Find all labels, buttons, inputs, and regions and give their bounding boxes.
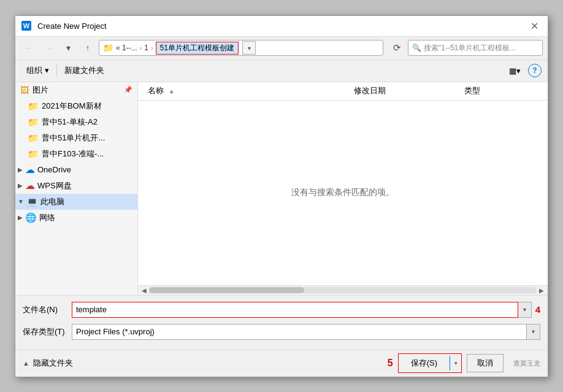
folder-icon: 🖼 — [20, 85, 29, 95]
computer-icon: 💻 — [26, 196, 38, 207]
sidebar-item-51a2[interactable]: 📁 普中51-单核-A2 — [15, 114, 137, 130]
search-bar[interactable]: 🔍 搜索"1--51单片机工程模板... — [408, 40, 543, 56]
cloud-icon: ☁ — [25, 164, 35, 175]
filetype-row: 保存类型(T) Project Files (*.uvproj) ▾ — [23, 323, 540, 341]
scrollbar-thumb — [149, 287, 304, 293]
main-area: 🖼 图片 📌 📁 2021年BOM新材 📁 普中51-单核-A2 📁 普中51单… — [15, 82, 548, 295]
sidebar-item-label: 图片 — [33, 85, 48, 96]
footer: ▲ 隐藏文件夹 5 保存(S) ▾ 取消 查莫玉龙 — [15, 350, 548, 377]
up-button[interactable]: ↑ — [79, 39, 96, 56]
filename-label: 文件名(N) — [23, 304, 72, 315]
app-logo: W — [20, 20, 33, 32]
scrollbar-track — [149, 287, 537, 293]
filetype-select[interactable]: Project Files (*.uvproj) — [72, 324, 527, 340]
filetype-label: 保存类型(T) — [23, 326, 72, 337]
hide-folders-label: 隐藏文件夹 — [33, 358, 73, 369]
view-button[interactable]: ▦▾ — [505, 62, 524, 79]
sidebar-item-label: 2021年BOM新材 — [42, 101, 102, 112]
pin-icon: 📌 — [124, 86, 132, 94]
sidebar-item-pictures[interactable]: 🖼 图片 📌 — [15, 82, 137, 98]
sidebar-item-label: 普中51单片机开... — [42, 133, 105, 144]
forward-button[interactable]: → — [40, 39, 57, 56]
empty-message: 没有与搜索条件匹配的项。 — [291, 187, 394, 198]
network-icon: 🌐 — [25, 212, 37, 223]
sidebar-item-label: 普中F103-准端-... — [42, 148, 104, 159]
new-folder-button[interactable]: 新建文件夹 — [59, 62, 109, 79]
sidebar: 🖼 图片 📌 📁 2021年BOM新材 📁 普中51-单核-A2 📁 普中51单… — [15, 82, 138, 295]
chevron-icon: ▶ — [18, 166, 23, 173]
sidebar-item-f103[interactable]: 📁 普中F103-准端-... — [15, 146, 137, 162]
content-area: 名称 ▲ 修改日期 类型 没有与搜索条件匹配的项。 ◀ ▶ — [138, 82, 548, 295]
breadcrumb[interactable]: 📁 « 1--... › 1 › 51单片机工程模板创建 ▾ — [99, 40, 383, 56]
filename-row: 文件名(N) ▾ 4 — [23, 301, 540, 319]
sidebar-section-network[interactable]: ▶ 🌐 网络 — [15, 210, 137, 226]
breadcrumb-sep1: › — [140, 44, 142, 52]
sidebar-section-thispc[interactable]: ▼ 💻 此电脑 — [15, 194, 137, 210]
sidebar-item-51mcu[interactable]: 📁 普中51单片机开... — [15, 130, 137, 146]
toolbar-separator — [56, 64, 57, 77]
breadcrumb-segment1: « 1--... — [116, 44, 137, 52]
column-headers: 名称 ▲ 修改日期 类型 — [138, 82, 548, 101]
file-list: 没有与搜索条件匹配的项。 — [138, 101, 548, 285]
breadcrumb-active[interactable]: 51单片机工程模板创建 — [156, 42, 239, 55]
filename-input[interactable] — [72, 302, 518, 318]
back-button[interactable]: ← — [20, 39, 37, 56]
filetype-dropdown[interactable]: ▾ — [527, 324, 540, 340]
save-button-wrap: 保存(S) ▾ — [398, 353, 462, 373]
scroll-left[interactable]: ◀ — [139, 285, 149, 295]
title-bar: W Create New Project ✕ — [15, 16, 548, 37]
filetype-input-wrap: Project Files (*.uvproj) ▾ — [72, 324, 540, 340]
step-badge-4: 4 — [535, 304, 540, 315]
folder-icon: 📁 — [28, 117, 38, 127]
sidebar-item-label: OneDrive — [37, 165, 71, 174]
filename-input-wrap: ▾ — [72, 302, 532, 318]
search-icon: 🔍 — [412, 44, 421, 52]
folder-icon: 📁 — [28, 133, 38, 143]
col-header-type[interactable]: 类型 — [464, 85, 538, 96]
watermark: 查莫玉龙 — [513, 359, 540, 368]
step-badge-5: 5 — [388, 358, 393, 369]
breadcrumb-dropdown[interactable]: ▾ — [242, 41, 256, 55]
hide-folders-toggle[interactable]: ▲ 隐藏文件夹 — [23, 358, 73, 369]
folder-icon: 📁 — [28, 149, 38, 159]
sidebar-item-bom[interactable]: 📁 2021年BOM新材 — [15, 98, 137, 114]
search-placeholder: 搜索"1--51单片机工程模板... — [424, 43, 516, 53]
sidebar-item-label: 此电脑 — [40, 196, 64, 207]
svg-text:W: W — [23, 22, 30, 29]
close-button[interactable]: ✕ — [526, 17, 543, 34]
breadcrumb-segment2: 1 — [144, 44, 148, 52]
save-dropdown-button[interactable]: ▾ — [450, 354, 461, 372]
col-header-name[interactable]: 名称 ▲ — [148, 85, 354, 96]
col-header-date[interactable]: 修改日期 — [354, 85, 464, 96]
chevron-icon: ▶ — [18, 214, 23, 221]
sidebar-section-wps[interactable]: ▶ ☁ WPS网盘 — [15, 178, 137, 194]
sidebar-section-onedrive[interactable]: ▶ ☁ OneDrive — [15, 162, 137, 178]
dropdown-button[interactable]: ▾ — [59, 39, 77, 56]
filename-dropdown[interactable]: ▾ — [518, 302, 532, 318]
scroll-right[interactable]: ▶ — [537, 285, 546, 295]
nav-bar: ← → ▾ ↑ 📁 « 1--... › 1 › 51单片机工程模板创建 ▾ ⟳… — [15, 37, 548, 60]
bottom-section: 文件名(N) ▾ 4 保存类型(T) Project Files (*.uvpr… — [15, 295, 548, 350]
folder-icon: 📁 — [103, 43, 113, 53]
sidebar-item-label: WPS网盘 — [37, 180, 72, 191]
organize-button[interactable]: 组织 ▾ — [21, 62, 54, 79]
cancel-button[interactable]: 取消 — [467, 354, 504, 372]
horizontal-scrollbar[interactable]: ◀ ▶ — [138, 285, 548, 295]
toolbar: 组织 ▾ 新建文件夹 ▦▾ ? — [15, 60, 548, 82]
chevron-icon: ▼ — [18, 198, 24, 205]
sidebar-item-label: 普中51-单核-A2 — [42, 117, 98, 128]
sort-arrow: ▲ — [169, 88, 175, 94]
dialog-title: Create New Project — [37, 21, 526, 31]
breadcrumb-sep2: › — [151, 44, 153, 52]
refresh-button[interactable]: ⟳ — [388, 39, 405, 56]
save-button[interactable]: 保存(S) — [399, 354, 450, 372]
sidebar-item-label: 网络 — [39, 212, 55, 223]
dialog: W Create New Project ✕ ← → ▾ ↑ 📁 « 1--..… — [15, 15, 548, 377]
help-button[interactable]: ? — [528, 64, 542, 77]
cloud-icon: ☁ — [25, 180, 35, 191]
folder-icon: 📁 — [28, 101, 38, 111]
chevron-down-icon: ▲ — [23, 359, 29, 367]
chevron-icon: ▶ — [18, 182, 23, 189]
